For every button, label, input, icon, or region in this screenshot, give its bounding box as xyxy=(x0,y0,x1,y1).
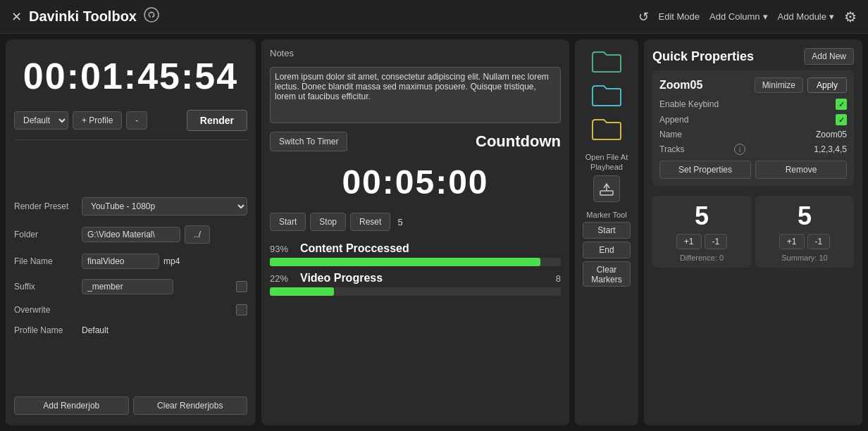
add-new-button[interactable]: Add New xyxy=(804,48,854,65)
counter-left-buttons: +1 -1 xyxy=(676,234,727,249)
folder-1[interactable] xyxy=(589,48,624,76)
close-icon[interactable]: ✕ xyxy=(11,9,22,25)
minimize-button[interactable]: Minimize xyxy=(755,77,803,93)
svg-point-0 xyxy=(144,8,159,22)
timer-reset-button[interactable]: Reset xyxy=(350,213,390,231)
add-profile-button[interactable]: + Profile xyxy=(73,111,122,130)
marker-end-button[interactable]: End xyxy=(583,242,631,258)
counter-section: 5 +1 -1 Difference: 0 5 +1 -1 Summary: 1… xyxy=(652,196,854,268)
add-column-button[interactable]: Add Column ▾ xyxy=(709,11,768,22)
qp-card-name: Zoom05 xyxy=(659,79,702,92)
topbar: ✕ Davinki Toolbox ↺ Edit Mode Add Column… xyxy=(0,0,868,34)
video-progress-row: 22% Video Progress 8 xyxy=(270,272,561,285)
switch-to-timer-button[interactable]: Switch To Timer xyxy=(270,132,347,151)
folder-label: Folder xyxy=(14,230,78,239)
content-pct: 93% xyxy=(270,244,294,254)
apply-button[interactable]: Apply xyxy=(807,77,847,93)
timer-stop-button[interactable]: Stop xyxy=(310,213,346,231)
remove-profile-button[interactable]: - xyxy=(126,111,147,130)
qp-header: Quick Properties Add New xyxy=(652,48,854,65)
remove-button[interactable]: Remove xyxy=(755,161,847,179)
video-progress-bar-bg xyxy=(270,287,561,296)
video-pct: 22% xyxy=(270,273,294,284)
add-renderjob-button[interactable]: Add Renderjob xyxy=(14,396,129,415)
render-controls: Default + Profile - Render xyxy=(14,110,247,131)
settings-icon[interactable]: ⚙ xyxy=(844,8,857,25)
render-preset-row: Render Preset YouTube - 1080p xyxy=(14,195,247,218)
profile-name-value: Default xyxy=(82,325,108,335)
counter-left-value: 5 xyxy=(695,201,709,231)
add-column-chevron: ▾ xyxy=(763,11,768,22)
notes-textarea[interactable] xyxy=(270,67,561,123)
refresh-button[interactable]: ↺ xyxy=(638,9,649,25)
append-label: Append xyxy=(659,115,730,125)
open-file-section: Open File AtPlayhead xyxy=(585,152,628,202)
qp-card-header: Zoom05 Minimize Apply xyxy=(659,77,847,93)
app-title: Davinki Toolbox xyxy=(29,8,137,25)
folder-nav-button[interactable]: ../ xyxy=(185,225,210,244)
svg-rect-1 xyxy=(600,191,613,195)
counter-summary-label: Summary: 10 xyxy=(781,254,827,262)
folder-input[interactable] xyxy=(82,227,180,242)
profile-name-label: Profile Name xyxy=(14,325,78,335)
add-module-label: Add Module xyxy=(778,11,826,22)
name-label: Name xyxy=(659,130,730,139)
name-value: Zoom05 xyxy=(816,130,847,139)
tracks-info-icon[interactable]: i xyxy=(734,144,745,155)
clear-renderjobs-button[interactable]: Clear Renderjobs xyxy=(133,396,248,415)
counter-left-minus-button[interactable]: -1 xyxy=(705,234,728,249)
timer-start-button[interactable]: Start xyxy=(270,213,306,231)
set-properties-button[interactable]: Set Properties xyxy=(659,161,751,179)
main-content: 00:01:45:54 Default + Profile - Render R… xyxy=(0,34,868,431)
countdown-label: Countdown xyxy=(476,132,561,151)
folder-row: Folder ../ xyxy=(14,223,247,246)
render-button[interactable]: Render xyxy=(187,110,247,131)
render-panel: 00:01:45:54 Default + Profile - Render R… xyxy=(6,39,256,425)
github-icon[interactable] xyxy=(144,7,159,26)
marker-start-button[interactable]: Start xyxy=(583,222,631,239)
preset-dropdown[interactable]: Default xyxy=(14,111,68,130)
suffix-label: Suffix xyxy=(14,282,78,292)
enable-keybind-checkbox[interactable]: ✓ xyxy=(836,99,847,110)
suffix-row: Suffix xyxy=(14,277,247,296)
middle-panel: Notes Switch To Timer Countdown 00:05:00… xyxy=(261,39,569,425)
filename-label: File Name xyxy=(14,256,78,266)
counter-right-minus-button[interactable]: -1 xyxy=(807,234,831,249)
filename-row: File Name mp4 xyxy=(14,251,247,271)
folder-3[interactable] xyxy=(589,115,624,144)
edit-mode-button[interactable]: Edit Mode xyxy=(659,11,700,22)
enable-keybind-row: Enable Keybind ✓ xyxy=(659,99,847,110)
counter-difference-label: Difference: 0 xyxy=(680,254,724,262)
quick-properties-panel: Quick Properties Add New Zoom05 Minimize… xyxy=(644,39,862,425)
render-preset-select[interactable]: YouTube - 1080p xyxy=(82,197,247,216)
filename-input[interactable] xyxy=(82,254,159,269)
qp-card-buttons: Minimize Apply xyxy=(755,77,847,93)
folder-2[interactable] xyxy=(589,82,624,110)
marker-tool-label: Marker Tool xyxy=(586,211,626,219)
open-file-button[interactable] xyxy=(593,175,620,202)
add-module-button[interactable]: Add Module ▾ xyxy=(778,11,834,22)
overwrite-checkbox[interactable] xyxy=(236,304,247,316)
video-progress-bar-fill xyxy=(270,287,334,296)
video-label: Video Progress xyxy=(300,272,383,285)
progress-section: 93% Content Proccessed 22% Video Progres… xyxy=(270,242,561,301)
counter-left-plus-button[interactable]: +1 xyxy=(676,234,702,249)
render-timer: 00:01:45:54 xyxy=(14,48,247,104)
video-count: 8 xyxy=(556,273,561,284)
topbar-left: ✕ Davinki Toolbox xyxy=(11,7,630,26)
counter-right: 5 +1 -1 Summary: 10 xyxy=(755,196,854,268)
refresh-icon: ↺ xyxy=(638,9,649,25)
counter-left: 5 +1 -1 Difference: 0 xyxy=(652,196,751,268)
name-row: Name Zoom05 xyxy=(659,130,847,139)
append-checkbox[interactable]: ✓ xyxy=(836,114,847,125)
qp-card: Zoom05 Minimize Apply Enable Keybind ✓ A… xyxy=(652,70,854,186)
timer-row: Switch To Timer Countdown xyxy=(270,132,561,151)
content-progress-bar-fill xyxy=(270,258,540,266)
renderjob-actions: Add Renderjob Clear Renderjobs xyxy=(14,394,247,417)
suffix-input[interactable] xyxy=(82,279,173,294)
render-preset-label: Render Preset xyxy=(14,201,78,211)
clear-markers-button[interactable]: ClearMarkers xyxy=(583,261,631,287)
tracks-value: 1,2,3,4,5 xyxy=(814,144,847,154)
suffix-checkbox[interactable] xyxy=(236,281,247,292)
counter-right-plus-button[interactable]: +1 xyxy=(779,234,805,249)
